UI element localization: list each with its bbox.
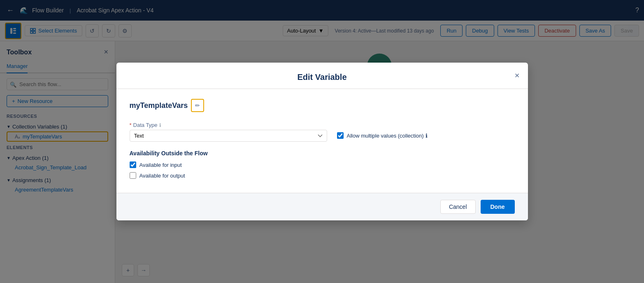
modal-body: myTemplateVars ✏ * Data Type ℹ Text Num xyxy=(116,89,528,193)
allow-multiple-group: Allow multiple values (collection) ℹ xyxy=(337,132,428,139)
cancel-button[interactable]: Cancel xyxy=(440,200,476,214)
allow-multiple-checkbox[interactable] xyxy=(337,132,344,139)
modal-close-button[interactable]: × xyxy=(515,71,520,80)
availability-section: Availability Outside the Flow Available … xyxy=(130,150,515,179)
required-indicator: * xyxy=(130,122,132,128)
available-for-input-checkbox[interactable] xyxy=(130,161,136,168)
data-type-group: * Data Type ℹ Text Number Currency Boole… xyxy=(130,122,327,142)
allow-multiple-label[interactable]: Allow multiple values (collection) ℹ xyxy=(347,133,428,139)
modal-footer: Cancel Done xyxy=(116,193,528,220)
available-for-output-checkbox[interactable] xyxy=(130,172,136,179)
modal-title: Edit Variable xyxy=(130,73,515,82)
data-type-info-icon[interactable]: ℹ xyxy=(159,122,161,128)
availability-title: Availability Outside the Flow xyxy=(130,150,515,157)
data-type-select-wrapper: Text Number Currency Boolean Date DateTi… xyxy=(130,130,327,142)
edit-variable-modal: Edit Variable × myTemplateVars ✏ * Data … xyxy=(116,63,528,220)
available-for-output-label[interactable]: Available for output xyxy=(139,173,185,179)
data-type-select[interactable]: Text Number Currency Boolean Date DateTi… xyxy=(130,130,327,142)
data-type-label: * Data Type ℹ xyxy=(130,122,327,128)
modal-overlay[interactable]: Edit Variable × myTemplateVars ✏ * Data … xyxy=(0,0,644,283)
available-for-input-label[interactable]: Available for input xyxy=(139,162,182,168)
form-row-datatype: * Data Type ℹ Text Number Currency Boole… xyxy=(130,122,515,142)
available-for-output-option: Available for output xyxy=(130,172,515,179)
variable-name-row: myTemplateVars ✏ xyxy=(130,99,515,112)
allow-multiple-label-text: Allow multiple values (collection) xyxy=(347,133,424,139)
done-button[interactable]: Done xyxy=(481,200,515,214)
variable-name-text: myTemplateVars xyxy=(130,101,188,110)
modal-header: Edit Variable × xyxy=(116,63,528,89)
allow-multiple-info-icon[interactable]: ℹ xyxy=(425,133,428,139)
edit-name-button[interactable]: ✏ xyxy=(191,99,204,112)
available-for-input-option: Available for input xyxy=(130,161,515,168)
pencil-icon: ✏ xyxy=(195,102,200,109)
data-type-label-text: Data Type xyxy=(133,122,158,128)
